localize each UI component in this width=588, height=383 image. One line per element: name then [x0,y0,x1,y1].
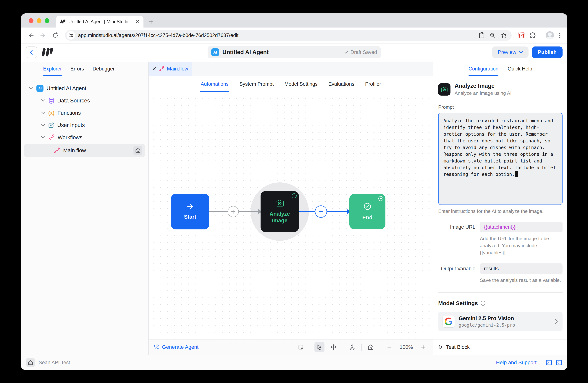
browser-tab[interactable]: Untitled AI Agent | MindStudio [56,16,144,27]
pan-move-tool[interactable] [329,342,339,352]
close-window-button[interactable] [29,18,33,23]
tab-close-icon[interactable] [135,20,139,24]
tab-title: Untitled AI Agent | MindStudio [68,19,130,24]
pencil-edit-icon [48,122,54,128]
collapse-node-icon[interactable] [292,193,297,198]
tree-item-workflows[interactable]: Workflows [21,131,148,144]
workflow-subtabs: Automations System Prompt Model Settings… [149,76,433,92]
agent-title-bar[interactable]: AI Untitled AI Agent Draft Saved [208,46,381,58]
bookmark-star-icon[interactable] [501,32,507,38]
url-text: app.mindstudio.ai/agents/207f14cc-c275-4… [78,33,476,38]
workspace-home-icon[interactable] [26,358,35,367]
configuration-content: Analyze Image Analyze an image using AI … [433,76,567,339]
tree-item-agent[interactable]: AI Untitled AI Agent [21,82,148,94]
canvas-toolbar: Generate Agent [149,339,433,355]
home-flow-icon[interactable] [133,146,142,155]
chevron-down-icon[interactable] [41,99,45,102]
subtab-system-prompt[interactable]: System Prompt [239,76,274,92]
subtab-automations[interactable]: Automations [201,76,229,92]
zoom-page-icon[interactable] [490,32,496,38]
open-panel-left-icon[interactable] [556,359,562,366]
node-analyze-image[interactable]: Analyze Image [261,191,299,232]
share-clipboard-icon[interactable] [479,32,484,39]
prompt-textarea[interactable]: Analyze the provided restaurant menu and… [438,113,563,205]
app-back-button[interactable] [26,46,37,58]
extensions-puzzle-icon[interactable] [529,32,536,39]
tree-item-data-sources[interactable]: Data Sources [21,94,148,107]
flow-canvas[interactable]: Start Analyze Image End [149,92,433,339]
open-panel-right-icon[interactable] [546,359,552,366]
window-controls [29,18,49,23]
chevron-down-icon[interactable] [41,111,45,114]
chevron-down-icon[interactable] [29,87,33,90]
auto-layout-tool[interactable] [347,342,357,352]
collapse-node-icon[interactable] [378,196,383,201]
model-selector[interactable]: Gemini 2.5 Pro Vision google/gemini-2.5-… [438,312,563,331]
info-icon[interactable] [480,301,486,306]
node-start[interactable]: Start [171,194,209,229]
help-and-support-link[interactable]: Help and Support [496,360,537,365]
subtab-model-settings[interactable]: Model Settings [284,76,318,92]
reload-button[interactable] [50,30,61,41]
subtab-profiler[interactable]: Profiler [365,76,381,92]
flow-tab-label: Main.flow [167,66,188,72]
profile-avatar[interactable] [546,31,554,40]
back-button[interactable] [26,30,36,41]
forward-button[interactable] [38,30,48,41]
image-url-label: Image URL [438,224,475,230]
output-variable-input[interactable]: results [480,263,563,274]
sticky-note-tool[interactable] [296,342,306,352]
prompt-help: Enter instructions for the AI to analyze… [438,208,563,214]
fullscreen-window-button[interactable] [45,18,49,23]
address-bar[interactable]: app.mindstudio.ai/agents/207f14cc-c275-4… [65,30,512,41]
site-settings-icon[interactable] [66,31,75,40]
tab-configuration[interactable]: Configuration [468,62,498,76]
minimize-window-button[interactable] [37,18,42,23]
zoom-level: 100% [399,344,414,350]
agent-avatar-badge: AI [36,85,43,92]
tab-errors[interactable]: Errors [70,62,84,76]
image-url-input[interactable]: {{attachment}} [480,222,563,233]
zoom-out-icon[interactable] [384,342,394,352]
gmail-extension-icon[interactable] [518,32,525,39]
tab-explorer[interactable]: Explorer [43,62,62,76]
workflow-icon [159,66,164,72]
zoom-in-icon[interactable] [418,342,428,352]
publish-button[interactable]: Publish [532,46,563,58]
tree-item-user-inputs[interactable]: User Inputs [21,119,148,131]
test-block-button[interactable]: Test Block [433,339,567,355]
play-icon [438,344,443,350]
chevron-down-icon[interactable] [41,124,45,127]
draft-status: Draft Saved [344,49,377,55]
select-cursor-tool[interactable] [315,342,324,352]
node-end[interactable]: End [349,194,385,229]
statusbar-separator [541,359,541,366]
fit-view-home-tool[interactable] [366,342,376,352]
tab-quick-help[interactable]: Quick Help [508,62,532,76]
close-icon[interactable] [152,67,156,71]
new-tab-button[interactable] [148,19,154,24]
add-block-button[interactable] [315,205,327,218]
browser-menu-icon[interactable] [559,32,561,39]
workflow-icon [54,147,60,154]
block-subtitle: Analyze an image using AI [455,90,511,96]
google-logo [443,316,455,327]
explorer-sidebar: Explorer Errors Debugger AI Untitled AI … [21,62,149,355]
toolbar-separator [541,32,541,39]
generate-agent-button[interactable]: Generate Agent [153,344,198,350]
check-icon [344,50,349,54]
flow-tab-main[interactable]: Main.flow [149,62,192,76]
chevron-down-icon[interactable] [41,136,45,139]
configuration-panel: Configuration Quick Help Analyze Image A… [433,62,567,355]
check-circle-icon [363,202,372,211]
preview-button[interactable]: Preview [492,46,528,58]
add-block-button[interactable] [228,206,239,217]
chevron-right-icon [555,319,558,324]
subtab-evaluations[interactable]: Evaluations [328,76,354,92]
section-divider [438,292,563,293]
tab-debugger[interactable]: Debugger [93,62,115,76]
mindstudio-logo[interactable] [41,47,54,57]
tree-item-functions[interactable]: (x) Functions [21,107,148,119]
workspace-name[interactable]: Sean API Test [39,360,70,365]
tree-item-main-flow[interactable]: Main.flow [24,144,145,157]
